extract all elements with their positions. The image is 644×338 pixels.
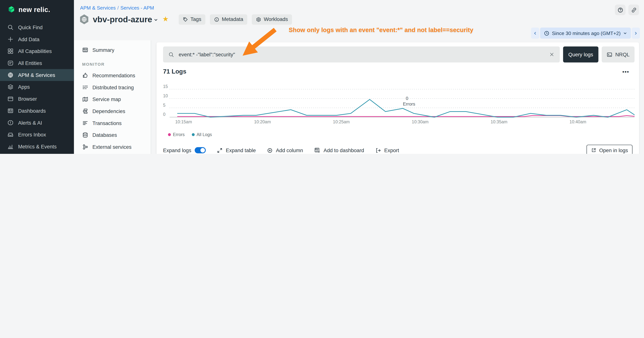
sidebar-item-browser[interactable]: Browser bbox=[0, 93, 74, 105]
add-to-dashboard-button[interactable]: Add to dashboard bbox=[314, 147, 364, 153]
sidebar-item-apm-services[interactable]: APM & Services bbox=[0, 69, 74, 81]
new-relic-logo[interactable]: new relic. bbox=[0, 0, 74, 18]
subnav-item-label: Recommendations bbox=[92, 73, 135, 78]
sidebar-item-infrastructure[interactable]: Infrastructure bbox=[0, 153, 74, 154]
svg-text:10:35am: 10:35am bbox=[491, 119, 508, 124]
legend-item-all-logs[interactable]: All Logs bbox=[192, 132, 212, 137]
dependencies-icon bbox=[82, 108, 88, 114]
time-back-button[interactable] bbox=[531, 28, 539, 39]
sidebar-item-metrics-events[interactable]: Metrics & Events bbox=[0, 141, 74, 153]
legend-dot-icon bbox=[192, 133, 194, 136]
layers-icon bbox=[8, 84, 14, 90]
external-link-icon bbox=[591, 148, 596, 153]
help-button[interactable] bbox=[615, 5, 626, 15]
entities-icon bbox=[8, 60, 14, 66]
entity-chevron-down-icon[interactable] bbox=[154, 18, 158, 22]
sidebar-item-add-data[interactable]: Add Data bbox=[0, 33, 74, 45]
metadata-button[interactable]: Metadata bbox=[210, 14, 248, 25]
log-query-input[interactable] bbox=[178, 51, 546, 58]
sidebar-item-dashboards[interactable]: Dashboards bbox=[0, 105, 74, 117]
more-options-icon[interactable]: ••• bbox=[622, 69, 629, 75]
log-search-box[interactable] bbox=[163, 47, 560, 63]
grid-icon bbox=[8, 48, 14, 54]
breadcrumb-services-apm[interactable]: Services - APM bbox=[120, 5, 154, 11]
subnav-item-label: Dependencies bbox=[92, 108, 125, 114]
sidebar-item-label: Apps bbox=[18, 84, 30, 90]
export-icon bbox=[375, 147, 381, 153]
breadcrumb-apm-services[interactable]: APM & Services bbox=[80, 5, 116, 11]
help-circle-icon bbox=[617, 7, 623, 13]
expand-table-button[interactable]: Expand table bbox=[217, 147, 256, 153]
circle-plus-icon bbox=[267, 147, 273, 153]
time-picker: Since 30 minutes ago (GMT+2) bbox=[531, 28, 640, 39]
breadcrumb-separator: / bbox=[116, 5, 120, 11]
logs-timeseries-chart: 15105010:15am10:20am10:25am10:30am10:35a… bbox=[163, 84, 634, 125]
annotation-text: Show only logs with an event "event:*" a… bbox=[289, 26, 473, 33]
database-icon bbox=[82, 132, 88, 138]
sidebar-item-errors-inbox[interactable]: Errors Inbox bbox=[0, 129, 74, 141]
subnav-section-monitor: MONITOR bbox=[74, 56, 151, 70]
legend-dot-icon bbox=[168, 133, 171, 136]
add-column-button[interactable]: Add column bbox=[267, 147, 303, 153]
svg-text:0: 0 bbox=[163, 112, 166, 117]
transactions-icon bbox=[82, 120, 88, 126]
dashboard-icon bbox=[82, 47, 88, 53]
add-to-dashboard-label: Add to dashboard bbox=[324, 147, 364, 153]
workloads-hex-icon bbox=[256, 17, 262, 22]
tags-button[interactable]: Tags bbox=[178, 14, 206, 25]
chart-svg: 15105010:15am10:20am10:25am10:30am10:35a… bbox=[163, 84, 634, 125]
open-in-logs-button[interactable]: Open in logs bbox=[586, 145, 632, 154]
sidebar-item-alerts-ai[interactable]: Alerts & AI bbox=[0, 117, 74, 129]
entity-subnav: SummaryMONITORRecommendationsDistributed… bbox=[74, 40, 151, 154]
svg-text:10:40am: 10:40am bbox=[570, 119, 586, 124]
favorite-star-icon[interactable]: ★ bbox=[162, 15, 169, 23]
workloads-button[interactable]: Workloads bbox=[252, 14, 292, 25]
legend-item-errors[interactable]: Errors bbox=[168, 132, 184, 137]
subnav-item-label: Distributed tracing bbox=[92, 84, 134, 90]
entity-header: vbv-prod-azure ★ Tags Metadata Workloads bbox=[79, 14, 292, 25]
clear-query-icon[interactable] bbox=[549, 52, 554, 57]
sidebar-item-all-entities[interactable]: All Entities bbox=[0, 57, 74, 69]
sidebar-item-apps[interactable]: Apps bbox=[0, 81, 74, 93]
subnav-item-transactions[interactable]: Transactions bbox=[74, 117, 151, 129]
subnav-item-databases[interactable]: Databases bbox=[74, 129, 151, 141]
info-circle-icon bbox=[214, 17, 220, 22]
nrql-button-label: NRQL bbox=[616, 52, 630, 58]
sidebar-nav: Quick FindAdd DataAll CapabilitiesAll En… bbox=[0, 18, 74, 154]
subnav-item-label: Summary bbox=[92, 47, 114, 53]
sidebar-item-label: APM & Services bbox=[18, 72, 55, 78]
query-logs-button[interactable]: Query logs bbox=[563, 47, 598, 63]
sidebar-item-quick-find[interactable]: Quick Find bbox=[0, 21, 74, 33]
globe-icon bbox=[8, 72, 14, 78]
subnav-item-service-map[interactable]: Service map bbox=[74, 93, 151, 105]
subnav-item-dependencies[interactable]: Dependencies bbox=[74, 105, 151, 117]
subnav-item-label: Service map bbox=[92, 96, 121, 102]
permalink-button[interactable] bbox=[628, 5, 639, 15]
subnav-item-summary[interactable]: Summary bbox=[74, 44, 151, 56]
sidebar-item-label: Metrics & Events bbox=[18, 144, 57, 150]
time-forward-button[interactable] bbox=[632, 28, 640, 39]
expand-logs-toggle[interactable] bbox=[195, 147, 206, 153]
nrql-button[interactable]: NRQL bbox=[602, 47, 635, 63]
open-in-logs-label: Open in logs bbox=[599, 147, 628, 153]
search-icon bbox=[168, 52, 174, 58]
sidebar-item-all-capabilities[interactable]: All Capabilities bbox=[0, 45, 74, 57]
chevron-down-icon bbox=[623, 31, 627, 35]
subnav-item-external-services[interactable]: External services bbox=[74, 141, 151, 153]
new-relic-logo-icon bbox=[6, 6, 15, 14]
subnav-item-distributed-tracing[interactable]: Distributed tracing bbox=[74, 81, 151, 93]
time-range-button[interactable]: Since 30 minutes ago (GMT+2) bbox=[540, 28, 631, 39]
svg-text:15: 15 bbox=[163, 84, 168, 89]
metadata-button-label: Metadata bbox=[222, 17, 243, 22]
svg-text:10:25am: 10:25am bbox=[333, 119, 350, 124]
logs-card: Query logs NRQL 71 Logs ••• 15105010:15a… bbox=[156, 42, 639, 154]
subnav-section-triage: TRIAGE bbox=[74, 153, 151, 154]
export-button[interactable]: Export bbox=[375, 147, 399, 153]
subnav-item-recommendations[interactable]: Recommendations bbox=[74, 70, 151, 81]
subnav-item-label: Transactions bbox=[92, 120, 122, 126]
alert-octagon-icon bbox=[8, 120, 14, 126]
subnav-item-label: External services bbox=[92, 144, 132, 150]
clock-icon bbox=[544, 30, 550, 36]
dashboard-plus-icon bbox=[314, 147, 320, 153]
export-label: Export bbox=[384, 147, 399, 153]
